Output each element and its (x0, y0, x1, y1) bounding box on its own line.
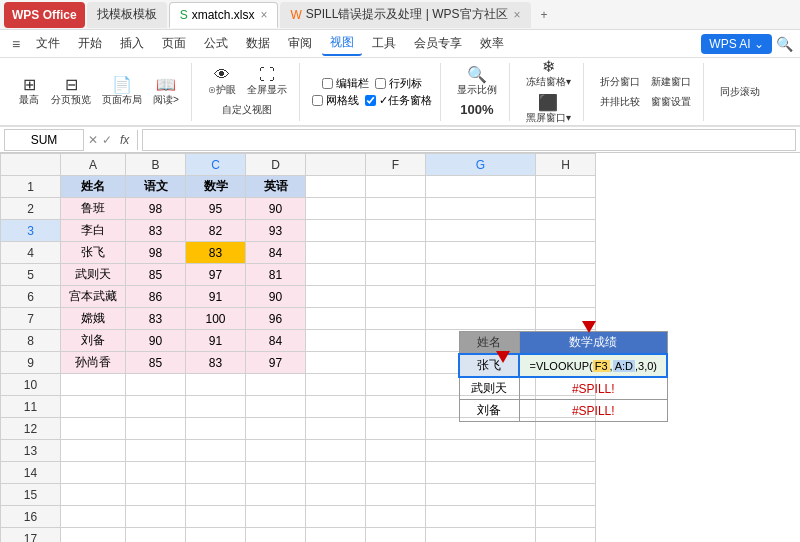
cell-G2[interactable] (426, 198, 536, 220)
new-window-btn[interactable]: 新建窗口 (647, 73, 695, 91)
cell-E5[interactable] (306, 264, 366, 286)
col-header-D[interactable]: D (246, 154, 306, 176)
cell-D5[interactable]: 81 (246, 264, 306, 286)
cell-D2[interactable]: 90 (246, 198, 306, 220)
cell-C4[interactable]: 83 (186, 242, 246, 264)
cell-G7[interactable] (426, 308, 536, 330)
cell-D8[interactable]: 84 (246, 330, 306, 352)
menu-file[interactable]: 文件 (28, 32, 68, 55)
cell-E6[interactable] (306, 286, 366, 308)
taskpane-checkbox[interactable]: ✓任务窗格 (365, 93, 432, 108)
cell-B1[interactable]: 语文 (126, 176, 186, 198)
cell-E4[interactable] (306, 242, 366, 264)
rowcol-checkbox[interactable]: 行列标 (375, 76, 422, 91)
cell-C2[interactable]: 95 (186, 198, 246, 220)
cell-D7[interactable]: 96 (246, 308, 306, 330)
hamburger-menu[interactable]: ≡ (6, 34, 26, 54)
cell-A5[interactable]: 武则天 (61, 264, 126, 286)
lookup-cell-name2[interactable]: 武则天 (459, 377, 519, 400)
cell-D1[interactable]: 英语 (246, 176, 306, 198)
cell-F6[interactable] (366, 286, 426, 308)
freeze-panes-btn[interactable]: ❄冻结窗格▾ (522, 57, 575, 91)
cell-E9[interactable] (306, 352, 366, 374)
cell-F3[interactable] (366, 220, 426, 242)
add-tab[interactable]: + (533, 4, 556, 26)
read-mode-btn[interactable]: 📖阅读> (149, 75, 183, 109)
search-icon[interactable]: 🔍 (774, 34, 794, 54)
cell-G4[interactable] (426, 242, 536, 264)
browser-tab[interactable]: W SPILL错误提示及处理 | WPS官方社区 × (280, 2, 530, 28)
black-screen-btn[interactable]: ⬛黑屏窗口▾ (522, 93, 575, 127)
col-header-B[interactable]: B (126, 154, 186, 176)
cell-F7[interactable] (366, 308, 426, 330)
col-header-A[interactable]: A (61, 154, 126, 176)
menu-formula[interactable]: 公式 (196, 32, 236, 55)
cell-C8[interactable]: 91 (186, 330, 246, 352)
menu-review[interactable]: 审阅 (280, 32, 320, 55)
cell-A2[interactable]: 鲁班 (61, 198, 126, 220)
cell-C7[interactable]: 100 (186, 308, 246, 330)
fullscreen-btn[interactable]: ⛶全屏显示 (243, 65, 291, 99)
cell-C5[interactable]: 97 (186, 264, 246, 286)
cell-G5[interactable] (426, 264, 536, 286)
cell-H2[interactable] (536, 198, 596, 220)
menu-efficiency[interactable]: 效率 (472, 32, 512, 55)
cell-H1[interactable] (536, 176, 596, 198)
cell-A7[interactable]: 嫦娥 (61, 308, 126, 330)
cell-F8[interactable] (366, 330, 426, 352)
cell-F5[interactable] (366, 264, 426, 286)
cell-B5[interactable]: 85 (126, 264, 186, 286)
cell-G3[interactable] (426, 220, 536, 242)
col-header-H[interactable]: H (536, 154, 596, 176)
cell-A9[interactable]: 孙尚香 (61, 352, 126, 374)
cell-B2[interactable]: 98 (126, 198, 186, 220)
cell-B8[interactable]: 90 (126, 330, 186, 352)
col-header-G[interactable]: G (426, 154, 536, 176)
normal-view-btn[interactable]: ⊞最高 (14, 75, 44, 109)
fx-button[interactable]: fx (116, 133, 133, 147)
cell-D4[interactable]: 84 (246, 242, 306, 264)
split-window-btn[interactable]: 折分窗口 (596, 73, 644, 91)
cell-C1[interactable]: 数学 (186, 176, 246, 198)
custom-view-btn[interactable]: 自定义视图 (218, 101, 276, 119)
cell-F9[interactable] (366, 352, 426, 374)
zoom-100-btn[interactable]: 100% (456, 101, 497, 118)
cell-E1[interactable] (306, 176, 366, 198)
cell-B9[interactable]: 85 (126, 352, 186, 374)
col-header-F[interactable]: F (366, 154, 426, 176)
col-header-C[interactable]: C (186, 154, 246, 176)
cell-D9[interactable]: 97 (246, 352, 306, 374)
lookup-cell-formula[interactable]: =VLOOKUP(F3,A:D,3,0) (519, 354, 667, 377)
menu-page[interactable]: 页面 (154, 32, 194, 55)
lookup-cell-name1[interactable]: 张飞 (459, 354, 519, 377)
zoom-btn[interactable]: 🔍显示比例 (453, 65, 501, 99)
template-tab[interactable]: 找模板模板 (87, 2, 167, 28)
cell-E8[interactable] (306, 330, 366, 352)
gridlines-checkbox[interactable]: 网格线 (312, 93, 359, 108)
cell-C9[interactable]: 83 (186, 352, 246, 374)
menu-wpsai[interactable]: WPS AI ⌄ (701, 34, 772, 54)
menu-data[interactable]: 数据 (238, 32, 278, 55)
cell-G1[interactable] (426, 176, 536, 198)
cell-A8[interactable]: 刘备 (61, 330, 126, 352)
cell-A1[interactable]: 姓名 (61, 176, 126, 198)
menu-vip[interactable]: 会员专享 (406, 32, 470, 55)
menu-insert[interactable]: 插入 (112, 32, 152, 55)
cell-G6[interactable] (426, 286, 536, 308)
cell-F1[interactable] (366, 176, 426, 198)
cell-E2[interactable] (306, 198, 366, 220)
cell-B4[interactable]: 98 (126, 242, 186, 264)
cell-E3[interactable] (306, 220, 366, 242)
cell-F2[interactable] (366, 198, 426, 220)
page-layout-btn[interactable]: 📄页面布局 (98, 75, 146, 109)
menu-start[interactable]: 开始 (70, 32, 110, 55)
cell-F4[interactable] (366, 242, 426, 264)
cell-H4[interactable] (536, 242, 596, 264)
lookup-cell-name3[interactable]: 刘备 (459, 400, 519, 422)
lookup-cell-spill2[interactable]: #SPILL! (519, 400, 667, 422)
cell-B3[interactable]: 83 (126, 220, 186, 242)
side-by-side-btn[interactable]: 并排比较 (596, 93, 644, 111)
formula-input[interactable]: =VLOOKUP(F3,A:D,3,0) (142, 129, 796, 151)
cell-B7[interactable]: 83 (126, 308, 186, 330)
col-header-E[interactable] (306, 154, 366, 176)
